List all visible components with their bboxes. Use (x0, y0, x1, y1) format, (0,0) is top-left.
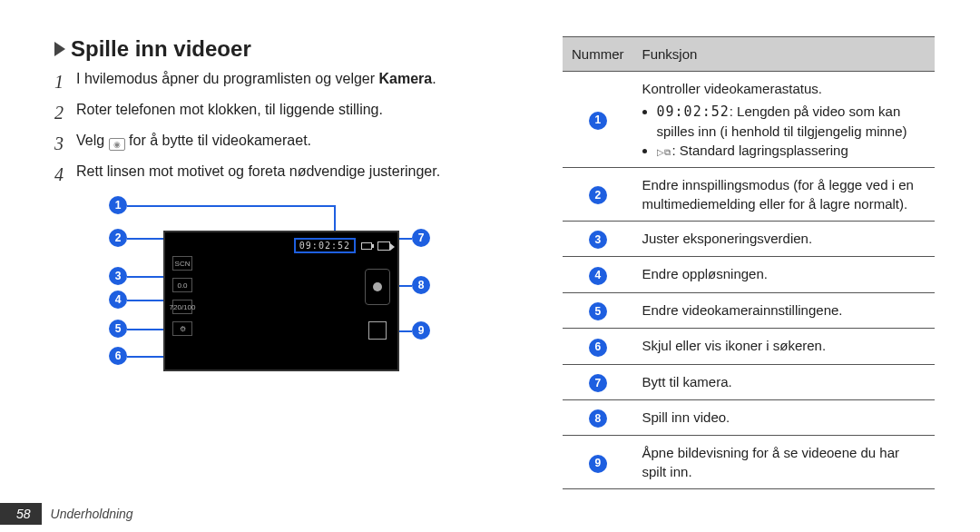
row8-text: Spill inn video. (633, 400, 935, 436)
kamera-bold: Kamera (379, 71, 433, 86)
viewfinder-diagram: 1 2 3 4 5 6 7 8 9 09:02:52 SCN (136, 203, 445, 385)
time-example: 09:02:52 (657, 103, 730, 120)
step-text-part: for å bytte til videokameraet. (129, 133, 311, 148)
step-text: I hvilemodus åpner du programlisten og v… (76, 69, 436, 89)
page-number: 58 (0, 503, 42, 525)
row5-text: Endre videokamerainnstillingene. (633, 292, 935, 328)
callout-4: 4 (109, 291, 127, 309)
step-2: 2 Roter telefonen mot klokken, til ligge… (54, 100, 526, 125)
record-button (365, 269, 390, 305)
viewfinder-screen: 09:02:52 SCN 0.0 720/100 ⚙ (163, 231, 399, 371)
row9-text: Åpne bildevisning for å se videoene du h… (633, 436, 935, 489)
step-text: Rett linsen mot motivet og foreta nødven… (76, 162, 440, 182)
callout-8: 8 (412, 276, 430, 294)
callout-6: 6 (109, 347, 127, 365)
step-number: 1 (54, 69, 67, 94)
step-number: 4 (54, 162, 67, 187)
camcorder-mode-icon (377, 241, 390, 251)
row6-text: Skjul eller vis ikoner i søkeren. (633, 329, 935, 364)
gallery-button (368, 321, 387, 340)
step-3: 3 Velg for å bytte til videokameraet. (54, 131, 526, 156)
settings-icon: ⚙ (172, 321, 192, 336)
page-footer: 58 Underholdning (0, 503, 133, 525)
row-badge-8: 8 (589, 409, 607, 428)
callout-7: 7 (412, 229, 430, 247)
callout-9: 9 (412, 321, 430, 340)
row1-intro: Kontroller videokamerastatus. (642, 81, 822, 96)
step-number: 3 (54, 131, 67, 156)
step-text-part: Velg (76, 133, 109, 148)
callout-1: 1 (109, 196, 127, 214)
table-row: 1 Kontroller videokamerastatus. 09:02:52… (563, 72, 935, 168)
table-row: 5 Endre videokamerainnstillingene. (563, 292, 935, 328)
storage-icon (657, 143, 672, 158)
row4-text: Endre oppløsningen. (633, 257, 935, 292)
row1-li1: 09:02:52: Lengden på video som kan spill… (657, 102, 926, 141)
row3-text: Juster eksponeringsverdien. (633, 222, 935, 257)
row-badge-4: 4 (589, 267, 607, 285)
row-badge-1: 1 (589, 112, 607, 130)
callout-5: 5 (109, 320, 127, 338)
row1-li2: : Standard lagringsplassering (657, 141, 926, 160)
step-1: 1 I hvilemodus åpner du programlisten og… (54, 69, 526, 94)
steps-list: 1 I hvilemodus åpner du programlisten og… (54, 69, 526, 187)
table-row: 9 Åpne bildevisning for å se videoene du… (563, 436, 935, 489)
section-caret-icon (54, 42, 65, 56)
step-text-part: . (432, 71, 436, 86)
step-text: Velg for å bytte til videokameraet. (76, 131, 311, 151)
row-badge-2: 2 (589, 186, 607, 204)
row7-text: Bytt til kamera. (633, 364, 935, 399)
row1-li2-text: : Standard lagringsplassering (672, 143, 848, 158)
table-row: 4 Endre oppløsningen. (563, 257, 935, 292)
row2-text: Endre innspillingsmodus (for å legge ved… (633, 168, 935, 222)
row-badge-5: 5 (589, 302, 607, 320)
recording-mode-icon: SCN (172, 256, 192, 271)
step-number: 2 (54, 100, 67, 125)
callout-3: 3 (109, 267, 127, 285)
section-heading: Spille inn videoer (71, 36, 251, 62)
recording-length-indicator: 09:02:52 (294, 238, 356, 253)
row-badge-6: 6 (589, 339, 607, 357)
step-text-part: I hvilemodus åpner du programlisten og v… (76, 71, 379, 86)
table-row: 2 Endre innspillingsmodus (for å legge v… (563, 168, 935, 222)
camera-switch-icon (109, 138, 125, 151)
table-head-number: Nummer (563, 37, 633, 72)
row-badge-9: 9 (589, 455, 607, 473)
table-row: 8 Spill inn video. (563, 400, 935, 436)
table-row: 3 Juster eksponeringsverdien. (563, 222, 935, 257)
table-row: 7 Bytt til kamera. (563, 364, 935, 399)
resolution-icon: 720/100 (172, 300, 192, 314)
row-badge-7: 7 (589, 374, 607, 392)
step-text: Roter telefonen mot klokken, til liggend… (76, 100, 383, 120)
step-4: 4 Rett linsen mot motivet og foreta nødv… (54, 162, 526, 187)
table-row: 6 Skjul eller vis ikoner i søkeren. (563, 329, 935, 364)
function-table: Nummer Funksjon 1 Kontroller videokamera… (563, 36, 935, 489)
row-badge-3: 3 (589, 231, 607, 249)
battery-icon (361, 242, 372, 250)
exposure-icon: 0.0 (172, 278, 192, 292)
table-head-function: Funksjon (633, 37, 935, 72)
section-name: Underholdning (51, 507, 133, 521)
callout-2: 2 (109, 229, 127, 247)
